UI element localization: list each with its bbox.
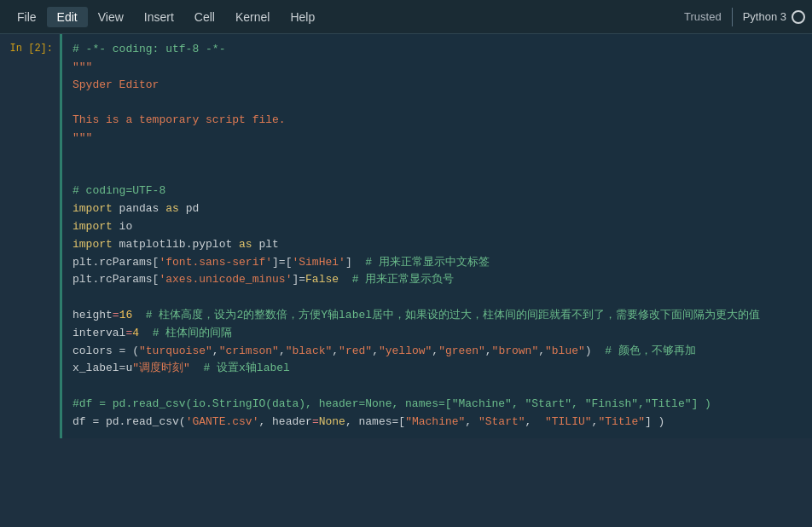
menu-help[interactable]: Help xyxy=(280,7,325,27)
menu-edit[interactable]: Edit xyxy=(47,7,88,27)
menubar: File Edit View Insert Cell Kernel Help T… xyxy=(0,0,812,34)
kernel-info: Python 3 xyxy=(743,10,805,24)
menu-kernel[interactable]: Kernel xyxy=(225,7,280,27)
cell-label: In [2]: xyxy=(0,34,60,438)
cell-code[interactable]: # -*- coding: utf-8 -*- """ Spyder Edito… xyxy=(60,34,812,438)
menu-file[interactable]: File xyxy=(7,7,47,27)
menu-view[interactable]: View xyxy=(88,7,134,27)
kernel-name: Python 3 xyxy=(743,10,786,23)
cell-2: In [2]: # -*- coding: utf-8 -*- """ Spyd… xyxy=(0,34,812,438)
menubar-right: Trusted Python 3 xyxy=(684,8,805,26)
notebook: In [2]: # -*- coding: utf-8 -*- """ Spyd… xyxy=(0,34,812,527)
menu-insert[interactable]: Insert xyxy=(134,7,184,27)
trusted-label: Trusted xyxy=(684,10,722,23)
menu-cell[interactable]: Cell xyxy=(184,7,225,27)
divider xyxy=(732,8,733,26)
kernel-status-icon xyxy=(792,10,805,24)
